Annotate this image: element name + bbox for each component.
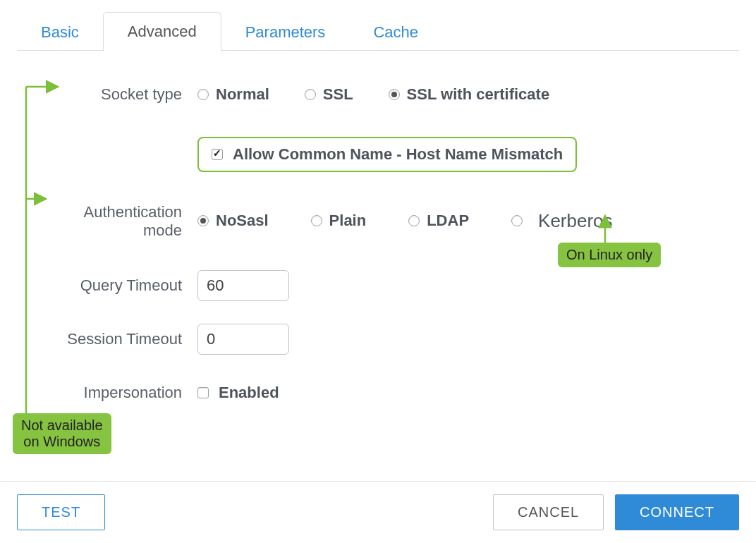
radio-auth-nosasl[interactable]: NoSasl bbox=[197, 212, 269, 230]
impersonation-ctrl: Enabled bbox=[197, 384, 739, 402]
tab-basic[interactable]: Basic bbox=[17, 13, 103, 51]
form-area: Socket type Normal SSL SSL with certific… bbox=[17, 78, 739, 410]
label-line: Authentication bbox=[84, 203, 182, 221]
radio-socket-normal[interactable]: Normal bbox=[197, 85, 269, 104]
tab-parameters[interactable]: Parameters bbox=[221, 13, 350, 51]
radio-label: NoSasl bbox=[216, 212, 269, 230]
tab-cache[interactable]: Cache bbox=[349, 13, 442, 51]
radio-dot-icon bbox=[389, 89, 400, 100]
annotation-line: Not available bbox=[21, 417, 103, 433]
annotation-line: On Linux only bbox=[566, 247, 652, 262]
checkbox-label: Enabled bbox=[219, 384, 279, 402]
connect-button[interactable]: CONNECT bbox=[615, 494, 739, 530]
label-line: mode bbox=[143, 221, 182, 239]
row-impersonation: Impersonation Enabled bbox=[17, 376, 739, 410]
radio-auth-ldap[interactable]: LDAP bbox=[408, 212, 469, 230]
checkbox-box-icon bbox=[212, 149, 223, 160]
radio-socket-ssl-cert[interactable]: SSL with certificate bbox=[389, 85, 550, 104]
tabs: Basic Advanced Parameters Cache bbox=[17, 10, 739, 51]
radio-dot-icon bbox=[311, 215, 322, 226]
query-timeout-ctrl bbox=[197, 270, 739, 301]
auth-mode-options: NoSasl Plain LDAP Kerberos bbox=[197, 210, 739, 232]
radio-auth-plain[interactable]: Plain bbox=[311, 212, 367, 230]
label-query-timeout: Query Timeout bbox=[17, 276, 197, 295]
row-allow-cn: Allow Common Name - Host Name Mismatch bbox=[17, 137, 739, 172]
annotation-line: on Windows bbox=[23, 434, 100, 449]
radio-label: LDAP bbox=[427, 212, 469, 230]
row-session-timeout: Session Timeout bbox=[17, 322, 739, 356]
label-session-timeout: Session Timeout bbox=[17, 330, 197, 348]
radio-label: SSL with certificate bbox=[407, 85, 550, 104]
radio-dot-icon bbox=[305, 89, 316, 100]
radio-label: Normal bbox=[216, 85, 269, 104]
radio-label: Kerberos bbox=[538, 210, 613, 232]
row-auth-mode: Authentication mode NoSasl Plain LDAP bbox=[17, 202, 739, 240]
test-button[interactable]: TEST bbox=[17, 494, 105, 530]
socket-type-options: Normal SSL SSL with certificate bbox=[197, 85, 739, 104]
radio-label: Plain bbox=[329, 212, 367, 230]
checkbox-box-icon bbox=[197, 387, 209, 398]
radio-socket-ssl[interactable]: SSL bbox=[305, 85, 353, 104]
label-impersonation: Impersonation bbox=[17, 384, 197, 402]
label-socket-type: Socket type bbox=[17, 85, 197, 104]
radio-dot-icon bbox=[197, 215, 209, 226]
annotation-not-available-windows: Not available on Windows bbox=[13, 413, 111, 454]
query-timeout-input[interactable] bbox=[197, 270, 289, 301]
row-query-timeout: Query Timeout bbox=[17, 269, 739, 303]
session-timeout-input[interactable] bbox=[197, 324, 289, 355]
radio-dot-icon bbox=[408, 215, 420, 226]
row-socket-type: Socket type Normal SSL SSL with certific… bbox=[17, 78, 739, 111]
tab-advanced[interactable]: Advanced bbox=[103, 12, 221, 51]
annotation-linux-only: On Linux only bbox=[558, 243, 661, 267]
checkbox-label: Allow Common Name - Host Name Mismatch bbox=[233, 145, 563, 164]
checkbox-impersonation-enabled[interactable]: Enabled bbox=[197, 384, 279, 402]
radio-auth-kerberos[interactable]: Kerberos bbox=[511, 210, 613, 232]
footer: TEST CANCEL CONNECT bbox=[0, 481, 756, 530]
allow-cn-wrap: Allow Common Name - Host Name Mismatch bbox=[197, 137, 739, 172]
cancel-button[interactable]: CANCEL bbox=[493, 494, 604, 530]
session-timeout-ctrl bbox=[197, 324, 739, 355]
radio-dot-icon bbox=[511, 215, 523, 226]
radio-label: SSL bbox=[323, 85, 353, 104]
checkbox-allow-cn-mismatch[interactable]: Allow Common Name - Host Name Mismatch bbox=[197, 137, 577, 172]
label-auth-mode: Authentication mode bbox=[17, 202, 197, 240]
radio-dot-icon bbox=[197, 89, 209, 100]
